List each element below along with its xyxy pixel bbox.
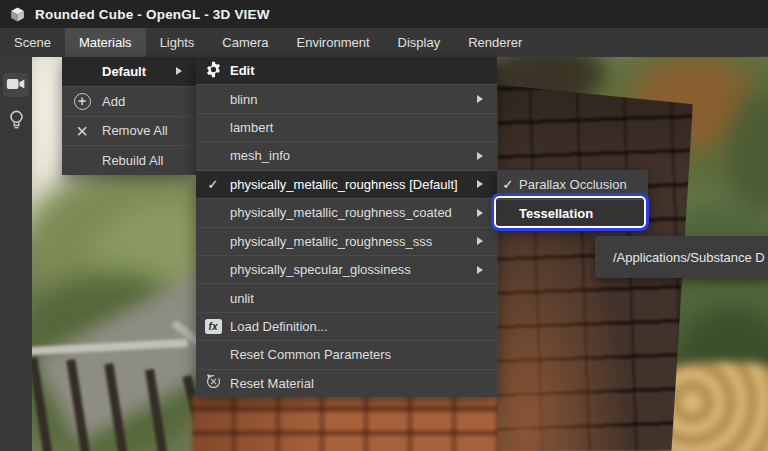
menu-materials[interactable]: Materials — [65, 28, 146, 57]
fx-icon: fx — [205, 319, 222, 334]
submenu-arrow-icon — [477, 152, 483, 160]
left-toolbar — [0, 57, 32, 451]
submenu-item-blinn[interactable]: blinn — [196, 84, 497, 112]
submenu-item-parallax-occlusion[interactable]: ✓ Parallax Occlusion — [497, 170, 648, 199]
menu-display[interactable]: Display — [384, 28, 455, 57]
check-icon: ✓ — [503, 177, 514, 192]
menu-renderer[interactable]: Renderer — [454, 28, 536, 57]
submenu-item-mesh-info[interactable]: mesh_info — [196, 141, 497, 169]
submenu-item-edit[interactable]: Edit — [196, 57, 497, 84]
camera-tool-button[interactable] — [3, 73, 29, 97]
menu-camera[interactable]: Camera — [208, 28, 282, 57]
menu-scene[interactable]: Scene — [0, 28, 65, 57]
window-titlebar: Rounded Cube - OpenGL - 3D VIEW — [0, 0, 768, 28]
reset-material-icon — [205, 373, 222, 393]
submenu-item-tessellation[interactable]: Tessellation — [497, 199, 648, 229]
viewport-lit-bricks — [192, 395, 532, 451]
menu-lights[interactable]: Lights — [146, 28, 209, 57]
materials-menu: Default + Add × Remove All Rebuild All — [62, 57, 196, 175]
submenu-arrow-icon — [477, 209, 483, 217]
menu-item-add[interactable]: + Add — [62, 86, 196, 116]
shader-submenu: ✓ Parallax Occlusion Tessellation — [497, 170, 648, 228]
submenu-arrow-icon — [477, 180, 483, 188]
submenu-arrow-icon — [477, 237, 483, 245]
camera-icon — [6, 76, 26, 95]
submenu-item-physically-metallic-roughness[interactable]: ✓ physically_metallic_roughness [Default… — [196, 170, 497, 198]
menu-item-remove-all[interactable]: × Remove All — [62, 116, 196, 146]
path-tooltip: /Applications/Substance D — [595, 236, 768, 278]
lightbulb-icon — [9, 110, 24, 133]
submenu-item-unlit[interactable]: unlit — [196, 283, 497, 311]
submenu-item-reset-common-parameters[interactable]: Reset Common Parameters — [196, 340, 497, 368]
window-title: Rounded Cube - OpenGL - 3D VIEW — [35, 7, 270, 22]
app-cube-icon — [9, 6, 26, 23]
submenu-item-physically-metallic-roughness-coated[interactable]: physically_metallic_roughness_coated — [196, 198, 497, 226]
plus-circle-icon: + — [74, 93, 91, 110]
check-icon: ✓ — [208, 177, 219, 192]
submenu-item-lambert[interactable]: lambert — [196, 113, 497, 141]
menu-item-default[interactable]: Default — [62, 57, 196, 86]
gear-icon — [205, 61, 222, 81]
x-icon: × — [76, 121, 88, 141]
default-submenu: Edit blinn lambert mesh_info ✓ physicall… — [196, 57, 497, 397]
submenu-arrow-icon — [477, 266, 483, 274]
menubar: Scene Materials Lights Camera Environmen… — [0, 28, 768, 57]
submenu-arrow-icon — [176, 67, 182, 75]
light-tool-button[interactable] — [3, 109, 29, 133]
submenu-item-physically-specular-glossiness[interactable]: physically_specular_glossiness — [196, 255, 497, 283]
application-window: Rounded Cube - OpenGL - 3D VIEW Scene Ma… — [0, 0, 768, 451]
submenu-item-physically-metallic-roughness-sss[interactable]: physically_metallic_roughness_sss — [196, 227, 497, 255]
menu-environment[interactable]: Environment — [283, 28, 384, 57]
tooltip-text: /Applications/Substance D — [613, 250, 765, 265]
menu-item-rebuild-all[interactable]: Rebuild All — [62, 145, 196, 175]
submenu-arrow-icon — [477, 95, 483, 103]
submenu-item-reset-material[interactable]: Reset Material — [196, 369, 497, 397]
submenu-item-load-definition[interactable]: fx Load Definition... — [196, 312, 497, 340]
